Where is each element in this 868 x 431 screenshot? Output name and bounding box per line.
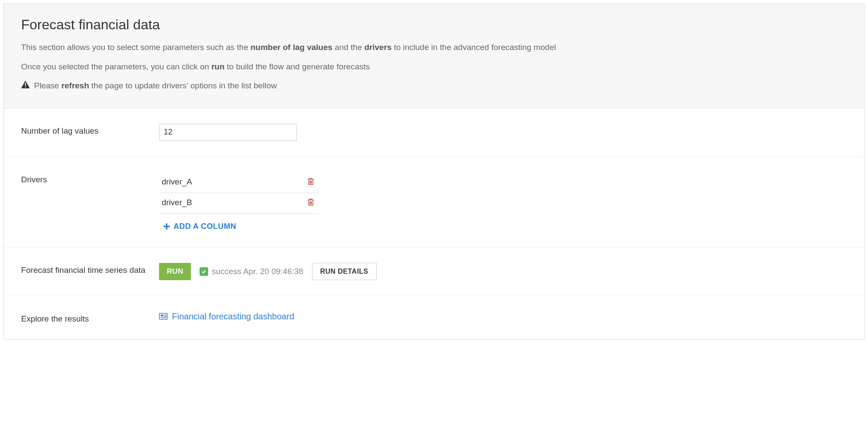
forecast-run-row: Forecast financial time series data RUN … xyxy=(4,247,864,296)
dashboard-link-text: Financial forecasting dashboard xyxy=(172,312,294,322)
driver-item: driver_B xyxy=(159,193,318,214)
card-header: Forecast financial data This section all… xyxy=(4,4,864,108)
add-column-button[interactable]: ➕︎ ADD A COLUMN xyxy=(163,222,236,231)
desc1-mid: and the xyxy=(332,43,364,52)
explore-label: Explore the results xyxy=(21,312,159,324)
drivers-content: driver_A driver_B xyxy=(159,172,847,231)
warn-b: refresh xyxy=(61,81,89,90)
driver-name: driver_B xyxy=(162,198,306,207)
warning-icon xyxy=(21,80,30,92)
svg-rect-0 xyxy=(25,83,26,86)
svg-rect-3 xyxy=(161,315,163,316)
driver-item: driver_A xyxy=(159,172,318,193)
delete-driver-button[interactable] xyxy=(306,197,316,208)
trash-icon xyxy=(307,201,314,207)
trash-icon xyxy=(307,180,314,187)
explore-content: Financial forecasting dashboard xyxy=(159,312,847,322)
desc2-pre: Once you selected the parameters, you ca… xyxy=(21,62,211,71)
drivers-label: Drivers xyxy=(21,172,159,184)
description-1: This section allows you to select some p… xyxy=(21,41,847,54)
run-status-text: success Apr. 20 09:46:38 xyxy=(212,267,303,276)
forecast-run-label: Forecast financial time series data xyxy=(21,263,159,275)
add-column-label: ADD A COLUMN xyxy=(174,222,237,231)
warn-post: the page to update drivers' options in t… xyxy=(89,81,277,90)
lag-values-label: Number of lag values xyxy=(21,124,159,136)
drivers-row: Drivers driver_A driver_B xyxy=(4,157,864,247)
success-check-icon xyxy=(200,267,208,276)
page-title: Forecast financial data xyxy=(21,17,847,33)
desc2-b: run xyxy=(211,62,225,71)
desc2-post: to build the flow and generate forecasts xyxy=(225,62,370,71)
explore-row: Explore the results Financial forecastin… xyxy=(4,296,864,339)
lag-values-content xyxy=(159,124,847,141)
run-details-button[interactable]: RUN DETAILS xyxy=(312,263,377,280)
plus-icon: ➕︎ xyxy=(163,222,170,231)
lag-values-input[interactable] xyxy=(159,124,297,141)
delete-driver-button[interactable] xyxy=(306,177,316,187)
desc1-post: to include in the advanced forecasting m… xyxy=(392,43,556,52)
svg-rect-1 xyxy=(25,87,26,87)
forecast-card: Forecast financial data This section all… xyxy=(3,3,865,340)
warn-text: Please refresh the page to update driver… xyxy=(34,80,277,92)
description-2: Once you selected the parameters, you ca… xyxy=(21,61,847,73)
run-button[interactable]: RUN xyxy=(159,263,191,280)
warning-line: Please refresh the page to update driver… xyxy=(21,80,847,92)
driver-name: driver_A xyxy=(162,177,306,187)
warn-pre: Please xyxy=(34,81,61,90)
lag-values-row: Number of lag values xyxy=(4,108,864,157)
forecast-run-content: RUN success Apr. 20 09:46:38 RUN DETAILS xyxy=(159,263,847,280)
desc1-pre: This section allows you to select some p… xyxy=(21,43,250,52)
desc1-b1: number of lag values xyxy=(250,43,332,52)
run-status: success Apr. 20 09:46:38 xyxy=(200,267,303,276)
dashboard-icon xyxy=(159,313,168,320)
desc1-b2: drivers xyxy=(364,43,391,52)
dashboard-link[interactable]: Financial forecasting dashboard xyxy=(159,312,294,322)
